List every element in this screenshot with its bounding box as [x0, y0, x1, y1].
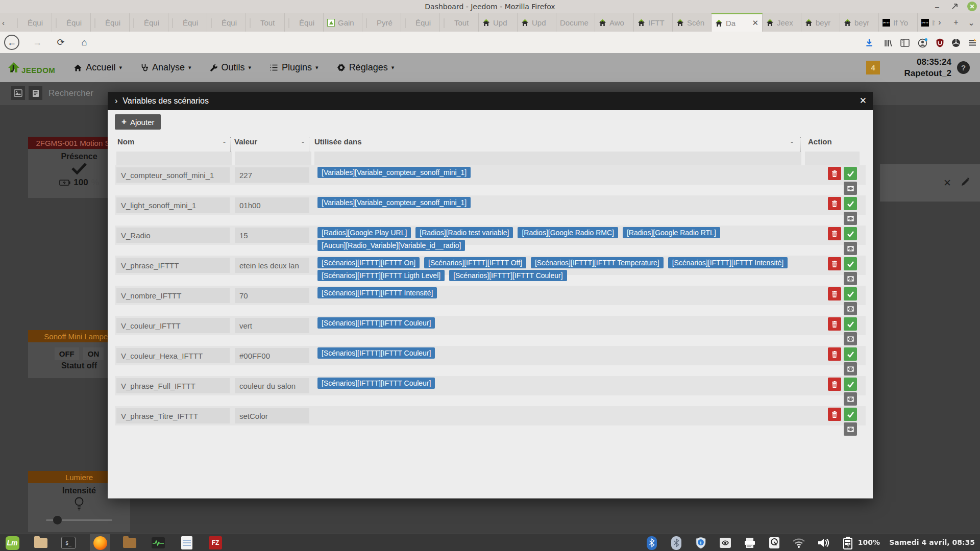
bluetooth-idle-icon[interactable] [670, 536, 683, 549]
on-button[interactable]: ON [83, 347, 104, 360]
variable-name-input[interactable]: V_couleur_IFTTT [116, 318, 230, 333]
display-variable-button[interactable] [844, 332, 857, 345]
used-in-badge[interactable]: [Scénarios][IFTTT][IFTTT Couleur] [317, 317, 435, 329]
display-variable-button[interactable] [844, 302, 857, 315]
off-button[interactable]: OFF [55, 347, 79, 360]
scroll-tabs-left-icon[interactable]: ‹ [2, 13, 12, 32]
firefox-icon[interactable] [93, 536, 107, 550]
sort-dash[interactable]: - [791, 137, 793, 146]
browser-tab[interactable]: Équi [52, 13, 91, 32]
volume-icon[interactable] [817, 536, 830, 549]
confirm-variable-button[interactable] [844, 167, 857, 180]
nvidia-icon[interactable] [719, 536, 732, 549]
tab-close-icon[interactable]: ✕ [752, 18, 758, 28]
confirm-variable-button[interactable] [844, 347, 857, 361]
account-icon[interactable] [916, 36, 929, 49]
used-in-badge[interactable]: [Radios][Google Radio RMC] [518, 227, 618, 238]
scroll-tabs-right-icon[interactable]: › [932, 13, 947, 32]
variable-name-input[interactable]: V_light_sonoff_mini_1 [116, 197, 230, 213]
variable-value-input[interactable]: vert [235, 318, 309, 333]
browser-tab[interactable]: Équi [13, 13, 52, 32]
confirm-variable-button[interactable] [844, 287, 857, 300]
variable-value-input[interactable]: #00FF00 [235, 348, 309, 363]
variable-name-input[interactable]: V_compteur_sonoff_mini_1 [116, 167, 230, 183]
file-manager-icon[interactable] [34, 536, 48, 550]
used-in-badge[interactable]: [Radios][Radio test variable] [415, 227, 513, 238]
forward-button[interactable]: → [30, 35, 45, 50]
menu-outils[interactable]: Outils▾ [210, 62, 252, 73]
menu-analyse[interactable]: Analyse▾ [140, 62, 191, 73]
used-in-badge[interactable]: [Scénarios][IFTTT][IFTTT Temperature] [531, 257, 664, 268]
browser-tab[interactable]: Docume [556, 13, 595, 32]
used-in-badge[interactable]: [Variables][Variable_compteur_sonoff_min… [317, 167, 471, 178]
browser-tab[interactable]: Upd [518, 13, 556, 32]
downloads-icon[interactable] [863, 36, 876, 49]
browser-tab[interactable]: Équi [401, 13, 440, 32]
tab-list-dropdown-icon[interactable]: ⌄ [964, 13, 979, 32]
used-in-badge[interactable]: [Scénarios][IFTTT][IFTTT Couleur] [317, 347, 435, 359]
image-view-icon[interactable] [11, 86, 25, 100]
delete-variable-button[interactable] [828, 287, 841, 300]
column-valeur[interactable]: Valeur [234, 137, 257, 146]
used-in-badge[interactable]: [Scénarios][IFTTT][IFTTT Off] [424, 257, 526, 268]
display-variable-button[interactable] [844, 272, 857, 285]
restore-button[interactable] [950, 2, 959, 11]
variable-value-input[interactable]: couleur du salon [235, 378, 309, 393]
bluetooth-active-icon[interactable] [645, 536, 658, 549]
column-utilisee-dans[interactable]: Utilisée dans [314, 137, 362, 146]
variable-name-input[interactable]: V_phrase_Titre_IFTTT [116, 408, 230, 423]
slider-knob[interactable] [53, 516, 62, 524]
used-in-badge[interactable]: [Scénarios][IFTTT][IFTTT Couleur] [449, 270, 567, 281]
variable-value-input[interactable]: 01h00 [235, 197, 309, 213]
help-icon[interactable]: ? [957, 61, 970, 74]
display-variable-button[interactable] [844, 242, 857, 255]
current-user[interactable]: Rapetout_2 [904, 68, 951, 79]
variable-value-input[interactable]: setColor [235, 408, 309, 423]
browser-tab[interactable]: Équi [285, 13, 324, 32]
variable-name-input[interactable]: V_couleur_Hexa_IFTTT [116, 348, 230, 363]
delete-variable-button[interactable] [828, 378, 841, 391]
confirm-variable-button[interactable] [844, 257, 857, 270]
browser-tab[interactable]: Scén [673, 13, 712, 32]
menu-accueil[interactable]: Accueil▾ [74, 62, 122, 73]
browser-tab[interactable]: Équi [91, 13, 130, 32]
used-in-badge[interactable]: [Variables][Variable_compteur_sonoff_min… [317, 197, 471, 208]
mint-menu-icon[interactable]: Lm [5, 536, 19, 550]
variable-name-input[interactable]: V_phrase_Full_IFTTT [116, 378, 230, 393]
delete-variable-button[interactable] [828, 347, 841, 361]
disk-utility-icon[interactable] [768, 536, 781, 549]
confirm-variable-button[interactable] [844, 227, 857, 240]
filter-valeur-input[interactable] [235, 152, 311, 166]
display-variable-button[interactable] [844, 362, 857, 375]
library-icon[interactable] [881, 36, 894, 49]
variable-name-input[interactable]: V_phrase_IFTTT [116, 258, 230, 273]
add-variable-button[interactable]: + Ajouter [115, 114, 161, 130]
browser-tab[interactable]: IFTTTIf Yo [879, 13, 918, 32]
variable-name-input[interactable]: V_Radio [116, 228, 230, 243]
variable-value-input[interactable]: 227 [235, 167, 309, 183]
browser-tab[interactable]: Pyré [362, 13, 401, 32]
notification-badge[interactable]: 4 [866, 61, 880, 74]
filter-action-input[interactable] [805, 152, 860, 166]
browser-tab[interactable]: Équi [168, 13, 207, 32]
privacy-extension-icon[interactable] [949, 36, 963, 49]
delete-variable-button[interactable] [828, 257, 841, 270]
used-in-badge[interactable]: [Scénarios][IFTTT][IFTTT On] [317, 257, 420, 268]
notes-icon[interactable] [180, 536, 194, 550]
search-input[interactable]: Rechercher [48, 88, 93, 98]
modal-close-icon[interactable]: ✕ [860, 95, 867, 106]
browser-tab[interactable]: Gain [324, 13, 362, 32]
confirm-variable-button[interactable] [844, 408, 857, 421]
minimize-button[interactable]: – [933, 2, 942, 11]
variable-value-input[interactable]: 70 [235, 288, 309, 303]
home-button[interactable]: ⌂ [77, 35, 92, 50]
used-in-badge[interactable]: [Aucun][Radio_Variable][Variable_id__rad… [317, 240, 465, 251]
display-variable-button[interactable] [844, 182, 857, 195]
ublock-icon[interactable] [933, 36, 946, 49]
filter-nom-input[interactable] [116, 152, 232, 166]
sidebar-icon[interactable] [898, 36, 912, 49]
browser-tab[interactable]: Équi [130, 13, 168, 32]
browser-tab[interactable]: beyr [840, 13, 879, 32]
close-dashboard-icon[interactable]: ✕ [943, 177, 951, 189]
used-in-badge[interactable]: [Radios][Google Radio RTL] [623, 227, 720, 238]
